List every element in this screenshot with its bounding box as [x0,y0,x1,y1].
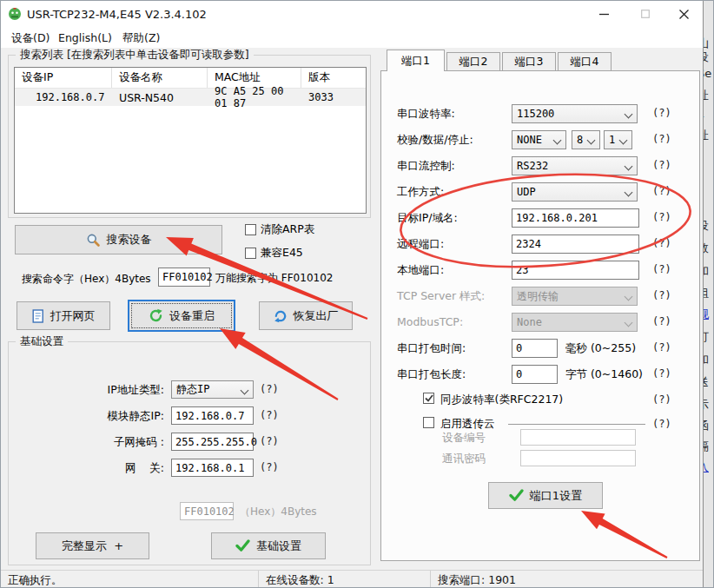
basic-set-label: 基础设置 [256,538,301,554]
row-remote-port: 远程端口: 2324 (?) [381,235,699,254]
row-parity: 校验/数据/停止: NONE 8 1 (?) [381,130,699,149]
dev-pwd-input [520,450,636,466]
basic-set-button[interactable]: 基础设置 [211,532,326,559]
basic-hex-input[interactable]: FF010102 [180,502,234,520]
packtime-label: 串口打包时间: [397,341,466,356]
modbus-select: None [512,313,638,332]
compat-e45-checkbox[interactable]: 兼容E45 [245,246,303,261]
tab-port4-label: 端口4 [571,55,599,69]
row-local-port: 本地端口: 23 (?) [381,261,699,280]
device-row[interactable]: 192.168.0.7 USR-N540 9C A5 25 00 01 87 3… [15,89,366,106]
restart-icon [149,308,163,323]
local-port-help[interactable]: (?) [652,263,671,275]
universal-search-hint: 万能搜索字为 FF010102 [215,271,333,286]
work-mode-select[interactable]: UDP [512,182,638,202]
baud-select[interactable]: 115200 [512,104,638,123]
packtime-help[interactable]: (?) [652,341,671,353]
stopbits-select[interactable]: 1 [604,130,632,149]
gateway-help[interactable]: (?) [260,461,279,473]
port1-set-button[interactable]: 端口1设置 [488,482,603,509]
static-ip-help[interactable]: (?) [260,409,279,421]
row-mode: 工作方式: UDP (?) [381,182,699,202]
webpage-icon [32,309,44,323]
parity-select[interactable]: NONE [512,130,566,149]
compat-e45-label: 兼容E45 [261,246,303,261]
work-mode-value: UDP [517,186,536,198]
header-device-ip[interactable]: 设备IP [15,68,112,88]
clear-arp-box [245,224,256,235]
subnet-mask-label: 子网掩码 : [17,435,164,450]
tab-port1-label: 端口1 [401,54,430,69]
search-cmd-input[interactable]: FF010102 [158,268,210,287]
remote-port-input[interactable]: 2324 [512,235,639,254]
edge-strip: 山设Se址1址设数加组规打加送示函隔入: [703,1,714,588]
close-icon [679,10,689,19]
minimize-button[interactable] [585,1,623,27]
tab-port4[interactable]: 端口4 [558,52,612,71]
check-icon [509,489,524,502]
packlen-unit: 字节 (0~1460) [565,367,643,382]
baud-value: 115200 [517,108,554,120]
basic-settings-group-title: 基础设置 [16,334,68,349]
local-port-input[interactable]: 23 [512,261,639,280]
maximize-icon [641,10,650,18]
flow-select[interactable]: RS232 [512,156,638,175]
tcpserver-help[interactable]: (?) [652,289,671,301]
gateway-input[interactable]: 192.168.0.1 [171,459,254,477]
target-ip-label: 目标IP/域名: [397,211,458,226]
remote-port-help[interactable]: (?) [652,237,671,249]
parity-help[interactable]: (?) [652,133,671,145]
subnet-mask-help[interactable]: (?) [260,435,279,447]
device-list: 设备IP 设备名称 MAC地址 版本 192.168.0.7 USR-N540 … [14,67,367,214]
baud-help[interactable]: (?) [652,107,671,119]
subnet-mask-input[interactable]: 255.255.255.0 [171,433,254,451]
databits-value: 8 [577,134,583,146]
work-mode-help[interactable]: (?) [652,185,671,197]
maximize-button[interactable] [626,1,664,27]
restart-device-button[interactable]: 设备重启 [128,300,235,332]
databits-select[interactable]: 8 [572,130,600,149]
row-sync-baud: 同步波特率(类RFC2217) (?) [381,391,699,410]
tab-port3[interactable]: 端口3 [502,52,556,71]
search-device-button[interactable]: 搜索设备 [15,225,222,254]
app-icon [8,7,22,23]
status-message: 正确执行。 [8,573,63,588]
sync-baud-checkbox[interactable] [423,393,434,404]
minimize-icon [599,10,609,19]
close-button[interactable] [664,1,703,27]
status-search-port: 搜索端口: 1901 [438,573,516,588]
sync-baud-help[interactable]: (?) [652,393,671,406]
header-version[interactable]: 版本 [301,68,366,88]
header-device-name[interactable]: 设备名称 [112,68,208,88]
dev-pwd-label: 通讯密码 [407,452,486,466]
factory-reset-button[interactable]: 恢复出厂 [259,301,353,330]
open-webpage-button[interactable]: 打开网页 [17,301,110,330]
packlen-input[interactable]: 0 [512,365,558,384]
static-ip-input[interactable]: 192.168.0.7 [171,406,254,425]
ip-type-select[interactable]: 静态IP [171,380,254,399]
packlen-help[interactable]: (?) [652,367,671,380]
menu-english[interactable]: English(L) [55,30,116,46]
restart-device-label: 设备重启 [169,308,215,324]
flow-help[interactable]: (?) [652,159,671,171]
menu-help[interactable]: 帮助(Z) [119,30,163,48]
clear-arp-checkbox[interactable]: 清除ARP表 [245,222,314,237]
chevron-down-icon [587,136,596,145]
full-display-label: 完整显示 + [62,538,123,554]
title-bar: USR-TCP232-M4,E45 V2.3.4.102 [1,1,714,27]
menu-device[interactable]: 设备(D) [8,30,53,48]
port1-panel: 串口波特率: 115200 (?) 校验/数据/停止: NONE 8 1 (?)… [380,70,700,561]
dev-id-input [520,429,636,446]
ip-type-help[interactable]: (?) [260,383,279,395]
tab-port1[interactable]: 端口1 [387,50,445,71]
tab-port2[interactable]: 端口2 [446,52,500,71]
packlen-label: 串口打包长度: [397,367,466,382]
target-ip-input[interactable]: 192.168.0.201 [512,208,639,228]
open-webpage-label: 打开网页 [50,308,96,324]
target-ip-help[interactable]: (?) [652,211,671,223]
tcpserver-value: 透明传输 [517,289,559,304]
packtime-input[interactable]: 0 [512,339,558,358]
row-flow: 串口流控制: RS232 (?) [381,156,699,175]
full-display-button[interactable]: 完整显示 + [36,532,149,559]
modbus-help[interactable]: (?) [652,315,671,327]
